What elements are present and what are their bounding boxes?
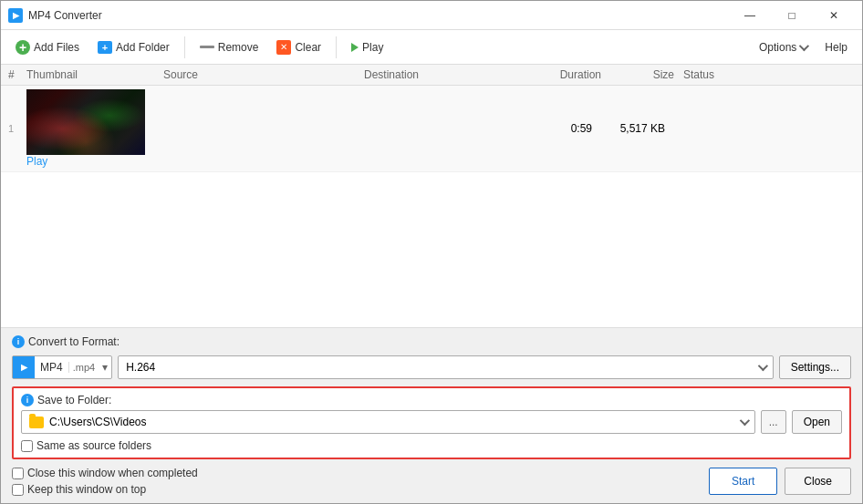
video-thumbnail [26,89,145,155]
settings-button[interactable]: Settings... [779,355,851,379]
convert-controls-row: ▶ MP4 .mp4 ▾ H.264 Settings... [12,355,851,379]
play-button[interactable]: Play [344,37,390,57]
col-header-source: Source [163,68,364,81]
title-bar: ▶ MP4 Converter — □ ✕ [1,1,862,30]
save-folder-label: i Save to Folder: [21,394,111,406]
help-button[interactable]: Help [817,37,855,57]
save-folder-controls: C:\Users\CS\Videos ... Open [21,410,842,434]
footer-row: Close this window when completed Keep th… [12,467,851,496]
same-as-source-row: Same as source folders [21,439,842,452]
clear-button[interactable]: ✕ Clear [269,36,328,58]
convert-icon: i [12,335,25,348]
add-files-button[interactable]: + Add Files [8,36,87,58]
folder-path-chevron-icon [739,416,749,426]
close-when-done-checkbox[interactable] [12,468,24,479]
start-button[interactable]: Start [709,468,777,495]
file-list-body: 1 Play 0:59 5,517 KB [1,86,862,327]
remove-icon [200,46,214,48]
options-chevron-icon [799,40,809,50]
same-as-source-label: Same as source folders [36,439,151,452]
thumbnail-image [26,89,145,155]
format-name: MP4 [35,361,68,374]
close-when-done-row: Close this window when completed [12,467,198,479]
main-window: ▶ MP4 Converter — □ ✕ + Add Files Add Fo… [0,0,863,504]
remove-button[interactable]: Remove [192,37,266,57]
convert-format-row: i Convert to Format: [12,335,851,348]
minimize-button[interactable]: — [729,1,771,30]
window-title: MP4 Converter [28,9,729,22]
close-when-done-label: Close this window when completed [27,467,198,479]
col-header-thumbnail: Thumbnail [26,68,163,81]
footer-checkboxes: Close this window when completed Keep th… [12,467,198,496]
keep-on-top-label: Keep this window on top [27,483,146,496]
save-folder-section: i Save to Folder: C:\Users\CS\Videos ...… [12,386,851,459]
row-number: 1 [8,123,26,134]
play-icon [351,43,359,52]
folder-yellow-icon [29,417,44,428]
add-folder-icon [98,41,112,54]
close-button[interactable]: Close [785,468,851,495]
format-select[interactable]: ▶ MP4 .mp4 ▾ [12,355,112,379]
browse-button[interactable]: ... [761,410,786,434]
save-folder-label-row: i Save to Folder: [21,394,842,406]
table-row: 1 Play 0:59 5,517 KB [1,86,862,172]
keep-on-top-checkbox[interactable] [12,484,24,496]
codec-chevron-icon [757,361,767,371]
add-folder-button[interactable]: Add Folder [90,37,177,57]
maximize-button[interactable]: □ [771,1,813,30]
col-header-duration: Duration [537,68,610,81]
codec-select[interactable]: H.264 [118,355,773,379]
main-content: # Thumbnail Source Destination Duration … [1,65,862,327]
thumbnail-cell: Play [26,89,154,168]
col-header-status: Status [683,68,855,81]
thumbnail-play-link[interactable]: Play [26,155,154,168]
format-ext: .mp4 [68,362,99,373]
format-dropdown-icon[interactable]: ▾ [99,361,111,374]
window-controls: — □ ✕ [729,1,855,30]
col-header-num: # [8,68,26,81]
open-folder-button[interactable]: Open [792,410,842,434]
toolbar-right: Options Help [752,37,855,57]
file-list-header: # Thumbnail Source Destination Duration … [1,65,862,86]
keep-on-top-row: Keep this window on top [12,483,198,496]
convert-label: i Convert to Format: [12,335,120,348]
col-header-destination: Destination [364,68,537,81]
duration-cell: 0:59 [528,122,601,135]
toolbar-divider-2 [336,36,337,58]
options-button[interactable]: Options [752,37,814,57]
col-header-size: Size [610,68,683,81]
toolbar: + Add Files Add Folder Remove ✕ Clear Pl… [1,30,862,65]
format-icon: ▶ [13,356,35,378]
close-window-button[interactable]: ✕ [813,1,855,30]
app-icon: ▶ [8,8,23,23]
toolbar-divider-1 [184,36,185,58]
bottom-panel: i Convert to Format: ▶ MP4 .mp4 ▾ H.264 … [1,327,862,503]
clear-icon: ✕ [276,40,291,55]
folder-path-dropdown[interactable]: C:\Users\CS\Videos [21,410,755,434]
save-folder-icon: i [21,394,34,406]
add-files-icon: + [16,40,30,55]
footer-buttons: Start Close [709,468,851,495]
size-cell: 5,517 KB [601,122,674,135]
same-as-source-checkbox[interactable] [21,440,33,452]
